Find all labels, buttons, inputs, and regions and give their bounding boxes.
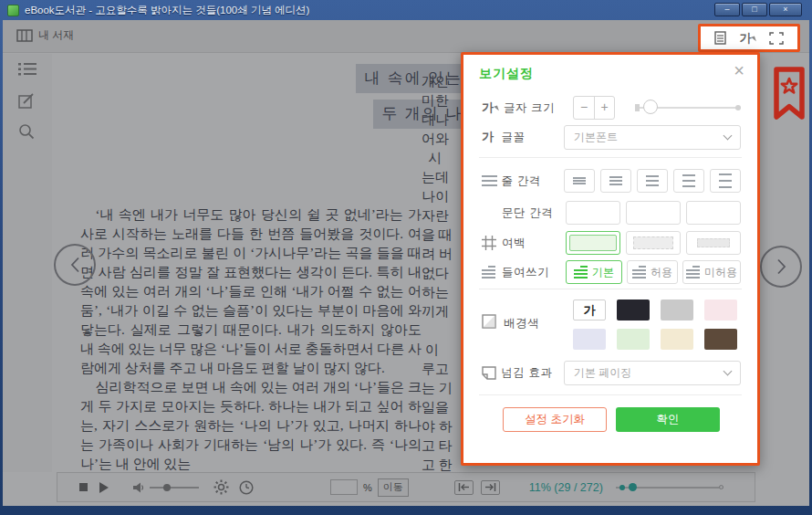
background-color-icon xyxy=(482,314,496,329)
bg-color-swatch[interactable] xyxy=(661,329,693,350)
bg-color-swatch[interactable] xyxy=(704,329,737,350)
window-title: eBook도서관 - 고요할수록 밝아지는 것들(100쇄 기념 에디션) xyxy=(25,4,309,17)
cursor-mark-icon xyxy=(752,36,757,42)
indent-row: 들여쓰기 기본 허용 미허용 xyxy=(482,259,741,285)
bg-color-swatches: 가 xyxy=(573,300,737,350)
view-tools-highlight-box: 가 xyxy=(698,24,800,52)
app-icon xyxy=(7,5,19,16)
bg-color-swatch[interactable] xyxy=(573,329,606,350)
font-settings-icon[interactable]: 가 xyxy=(739,30,755,47)
paragraph-spacing-row: 문단 간격 xyxy=(482,200,741,226)
page-turn-effect-icon xyxy=(482,366,496,380)
font-size-decrease-button[interactable]: − xyxy=(574,97,594,119)
confirm-button[interactable]: 확인 xyxy=(616,407,720,432)
bookmark-ribbon-icon[interactable] xyxy=(771,66,807,124)
paragraph-spacing-option-2[interactable] xyxy=(626,201,681,225)
page-effect-label: 넘김 효과 xyxy=(502,365,564,381)
reset-settings-button[interactable]: 설정 초기화 xyxy=(503,407,607,432)
paragraph-spacing-option-1[interactable] xyxy=(566,201,620,225)
window-titlebar[interactable]: eBook도서관 - 고요할수록 밝아지는 것들(100쇄 기념 에디션) – … xyxy=(3,0,809,20)
paragraph-spacing-label: 문단 간격 xyxy=(502,205,566,221)
line-spacing-option-4[interactable] xyxy=(673,169,704,193)
page-settings-icon[interactable] xyxy=(714,31,726,45)
divider xyxy=(479,394,742,395)
line-spacing-icon xyxy=(482,175,497,186)
slider-start-cap xyxy=(635,104,640,111)
line-spacing-option-2[interactable] xyxy=(600,169,631,193)
line-spacing-option-3[interactable] xyxy=(637,169,668,193)
bg-color-swatch[interactable] xyxy=(661,300,693,321)
margin-label: 여백 xyxy=(502,236,566,251)
font-size-icon: 가 xyxy=(482,100,498,116)
font-size-label: 글자 크기 xyxy=(504,100,573,116)
font-size-row: 가 글자 크기 − + xyxy=(482,95,741,121)
minimize-button[interactable]: – xyxy=(714,3,740,16)
line-spacing-option-5[interactable] xyxy=(710,169,741,193)
line-spacing-row: 줄 간격 xyxy=(482,168,741,194)
divider xyxy=(479,289,742,289)
margin-row: 여백 xyxy=(482,230,741,256)
page-effect-row: 넘김 효과 기본 페이징 xyxy=(482,360,741,385)
page-effect-select[interactable]: 기본 페이징 xyxy=(564,361,741,385)
view-settings-panel: 보기설정 × 가 글자 크기 − + 가 xyxy=(461,52,760,466)
font-family-icon: 가 xyxy=(482,129,494,145)
bg-color-swatch[interactable] xyxy=(704,300,737,321)
font-size-stepper: − + xyxy=(573,96,615,120)
indent-option-allow[interactable]: 허용 xyxy=(627,260,678,284)
background-color-label: 배경색 xyxy=(504,316,573,331)
close-window-button[interactable]: × xyxy=(769,3,802,16)
line-spacing-label: 줄 간격 xyxy=(502,173,564,189)
indent-option-default-selected[interactable]: 기본 xyxy=(566,260,622,284)
margin-option-1-selected[interactable] xyxy=(566,231,620,255)
background-color-row: 배경색 가 xyxy=(482,300,741,350)
font-family-row: 가 글꼴 기본폰트 xyxy=(482,124,741,150)
app-window: eBook도서관 - 고요할수록 밝아지는 것들(100쇄 기념 에디션) – … xyxy=(0,0,812,515)
panel-title: 보기설정 xyxy=(479,66,534,82)
page-effect-value: 기본 페이징 xyxy=(574,365,631,381)
font-size-increase-button[interactable]: + xyxy=(594,97,614,119)
line-spacing-option-1[interactable] xyxy=(564,169,595,193)
fullscreen-icon[interactable] xyxy=(769,32,784,45)
indent-icon xyxy=(482,266,495,279)
bg-color-swatch[interactable] xyxy=(617,300,650,321)
bg-color-swatch[interactable]: 가 xyxy=(573,300,606,321)
slider-end-dot xyxy=(735,105,741,110)
divider xyxy=(479,157,742,158)
margin-icon xyxy=(482,236,496,250)
font-family-value: 기본폰트 xyxy=(574,130,618,145)
maximize-button[interactable]: □ xyxy=(742,3,767,16)
indent-label: 들여쓰기 xyxy=(502,265,566,280)
paragraph-spacing-option-3[interactable] xyxy=(686,201,741,225)
chevron-down-icon xyxy=(724,366,733,375)
font-size-slider-knob[interactable] xyxy=(643,100,658,114)
font-size-slider[interactable] xyxy=(635,107,741,109)
margin-option-2[interactable] xyxy=(626,231,681,255)
indent-option-disallow[interactable]: 미허용 xyxy=(682,260,741,284)
font-family-label: 글꼴 xyxy=(502,130,564,145)
margin-option-3[interactable] xyxy=(686,231,741,255)
chevron-down-icon xyxy=(724,131,733,140)
font-family-select[interactable]: 기본폰트 xyxy=(564,125,741,150)
close-panel-icon[interactable]: × xyxy=(734,60,744,81)
bg-color-swatch[interactable] xyxy=(617,329,650,350)
